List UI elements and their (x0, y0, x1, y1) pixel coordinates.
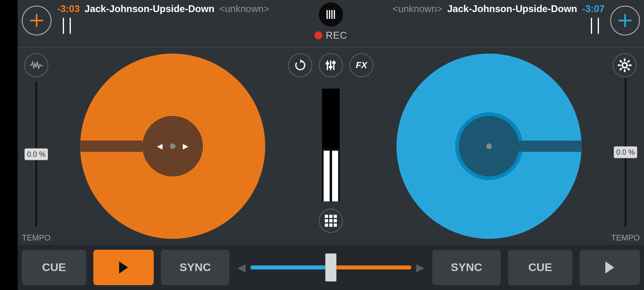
track-time-a: -3:03 (57, 3, 80, 14)
add-track-button-b[interactable] (610, 6, 640, 35)
deck-a: 0.0 % TEMPO ◀▶ (18, 48, 291, 245)
crossfader-right-icon: ▶ (416, 261, 424, 274)
svg-rect-13 (619, 60, 623, 63)
fx-button[interactable]: FX (349, 53, 374, 77)
platter-a[interactable]: ◀▶ (80, 54, 265, 239)
center-column: FX (291, 48, 371, 245)
track-time-b: -3:07 (582, 3, 605, 14)
tempo-slider-a[interactable]: 0.0 % (35, 81, 37, 227)
needle-line-a (80, 141, 142, 152)
tempo-slider-b[interactable]: 0.0 % (625, 77, 626, 227)
waveform-icon (29, 60, 43, 70)
tempo-value-a[interactable]: 0.0 % (25, 148, 48, 160)
eq-button[interactable] (319, 53, 343, 77)
view-toggle-button[interactable] (319, 2, 343, 27)
loop-icon (294, 59, 306, 71)
svg-rect-14 (627, 68, 630, 71)
tempo-column-b: 0.0 % TEMPO (607, 48, 644, 245)
svg-rect-11 (627, 60, 630, 63)
plus-icon (29, 12, 45, 29)
spindle-a (170, 143, 175, 149)
play-button-a[interactable] (93, 250, 154, 285)
tempo-column-a: 0.0 % TEMPO (18, 48, 55, 245)
record-icon (314, 31, 322, 39)
turntable-wrap-a: ◀▶ (55, 48, 291, 245)
sampler-button[interactable] (319, 209, 343, 233)
track-info-b: <unknown> Jack-Johnson-Upside-Down -3:07 (392, 3, 605, 34)
header-right: <unknown> Jack-Johnson-Upside-Down -3:07 (331, 0, 644, 39)
tempo-label-b: TEMPO (611, 233, 640, 242)
add-track-button-a[interactable] (22, 6, 52, 35)
crossfader-handle[interactable] (325, 253, 336, 282)
fx-label: FX (356, 60, 367, 70)
grid-icon (325, 215, 337, 227)
settings-button[interactable] (613, 53, 637, 77)
mixer-preview-button-a[interactable] (24, 53, 48, 77)
svg-rect-9 (618, 64, 621, 66)
track-artist-a: <unknown> (219, 3, 269, 14)
svg-rect-1 (330, 60, 331, 70)
play-icon (118, 261, 130, 274)
track-title-b: Jack-Johnson-Upside-Down (447, 3, 577, 14)
svg-rect-10 (629, 64, 632, 66)
svg-rect-7 (624, 58, 625, 61)
bars-icon (326, 10, 335, 19)
tempo-value-b[interactable]: 0.0 % (614, 146, 637, 158)
vu-meter-top (322, 89, 340, 148)
svg-rect-12 (619, 68, 623, 71)
play-icon (604, 261, 616, 274)
crossfader-track[interactable] (250, 265, 411, 269)
svg-rect-4 (329, 66, 332, 68)
waveform-marker-b[interactable] (591, 18, 599, 34)
svg-rect-3 (326, 62, 329, 64)
turntable-wrap-b (371, 48, 607, 245)
spindle-b (486, 143, 492, 149)
track-artist-b: <unknown> (392, 3, 442, 14)
record-button[interactable]: REC (314, 30, 347, 41)
track-info-a: -3:03 Jack-Johnson-Upside-Down <unknown> (57, 3, 269, 34)
cue-button-b[interactable]: CUE (508, 250, 572, 285)
header-center: REC (314, 2, 347, 41)
platter-b[interactable] (396, 54, 582, 239)
svg-rect-8 (624, 69, 625, 72)
eq-icon (325, 59, 337, 71)
sync-button-a[interactable]: SYNC (161, 250, 229, 285)
svg-rect-5 (332, 62, 336, 64)
tempo-label-a: TEMPO (22, 233, 50, 242)
deck-b: 0.0 % TEMPO (371, 48, 644, 245)
header: -3:03 Jack-Johnson-Upside-Down <unknown>… (18, 0, 644, 48)
bottom-bar: CUE SYNC ◀ ▶ SYNC CUE (18, 245, 644, 290)
vu-meter-bars (324, 151, 338, 201)
needle-line-b (519, 141, 582, 152)
track-title-a: Jack-Johnson-Upside-Down (85, 3, 215, 14)
main: 0.0 % TEMPO ◀▶ (18, 48, 644, 245)
sync-button-b[interactable]: SYNC (432, 250, 501, 285)
plus-icon (617, 12, 633, 29)
svg-point-6 (622, 63, 627, 68)
gear-icon (618, 58, 632, 72)
loop-button[interactable] (288, 53, 312, 77)
cue-button-a[interactable]: CUE (22, 250, 86, 285)
svg-rect-0 (327, 60, 328, 70)
record-label: REC (326, 30, 347, 41)
waveform-marker-a[interactable] (63, 18, 71, 34)
crossfader-left-icon: ◀ (237, 261, 246, 274)
play-button-b[interactable] (580, 250, 640, 285)
vu-meter[interactable] (322, 89, 340, 201)
header-left: -3:03 Jack-Johnson-Upside-Down <unknown> (18, 0, 331, 39)
crossfader[interactable]: ◀ ▶ (237, 261, 425, 274)
